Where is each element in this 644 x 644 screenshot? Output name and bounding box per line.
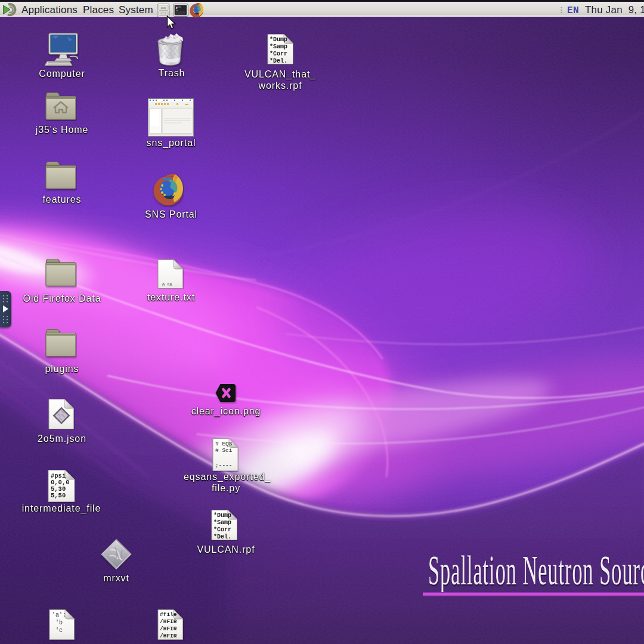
svg-text:*Samp: *Samp	[270, 44, 287, 50]
svg-text:;----: ;----	[215, 462, 233, 469]
svg-text:0 50: 0 50	[162, 283, 172, 287]
svg-text:*Dump: *Dump	[270, 36, 287, 43]
svg-text:/HFIR: /HFIR	[160, 633, 177, 639]
svg-text:*Dump: *Dump	[213, 512, 231, 519]
svg-text:*Corr: *Corr	[213, 527, 231, 533]
svg-text:*Del.: *Del.	[213, 534, 231, 540]
svg-text:*Corr: *Corr	[270, 51, 287, 57]
svg-text:# EQS: # EQS	[215, 441, 233, 447]
svg-text:'c: 'c	[55, 627, 63, 634]
svg-text:/HFIR: /HFIR	[160, 626, 177, 632]
svg-text:'b: 'b	[55, 620, 63, 626]
svg-text:/HFIR: /HFIR	[160, 618, 177, 625]
svg-text:5,50: 5,50	[51, 492, 66, 499]
svg-text:# Sci: # Sci	[215, 447, 233, 454]
svg-text:'a':: 'a':	[52, 612, 66, 618]
svg-text:*Del.: *Del.	[270, 58, 287, 64]
svg-text:#file: #file	[160, 611, 177, 618]
svg-text:*Samp: *Samp	[213, 519, 231, 526]
